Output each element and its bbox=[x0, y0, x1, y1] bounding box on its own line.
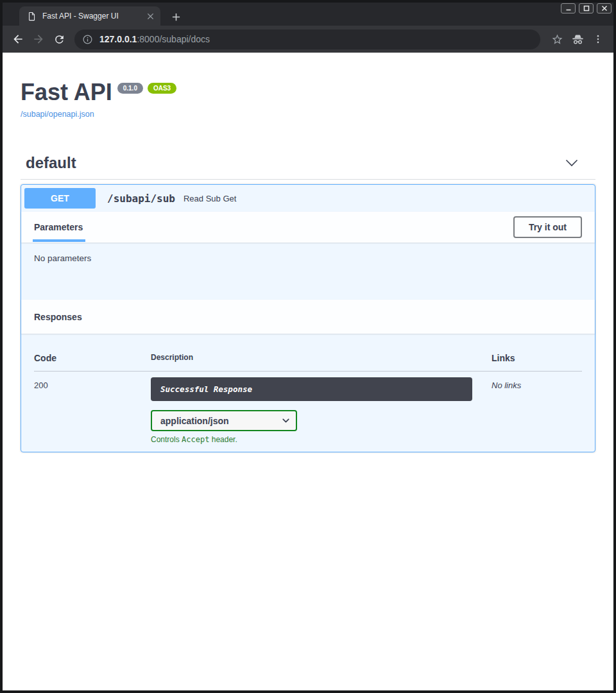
hint-suffix: header. bbox=[209, 435, 237, 444]
toolbar-right bbox=[547, 29, 608, 49]
browser-window: Fast API - Swagger UI bbox=[3, 3, 613, 690]
api-badges: 0.1.0 OAS3 bbox=[117, 83, 176, 94]
kebab-menu-icon[interactable] bbox=[588, 29, 608, 49]
operation-path: /subapi/sub bbox=[107, 193, 175, 205]
tab-close-icon[interactable] bbox=[145, 11, 155, 21]
responses-section-header: Responses bbox=[21, 300, 595, 334]
api-title: Fast API bbox=[21, 81, 112, 104]
page-info-icon[interactable] bbox=[82, 34, 93, 45]
close-button[interactable] bbox=[597, 3, 612, 13]
maximize-button[interactable] bbox=[579, 3, 594, 13]
browser-tab[interactable]: Fast API - Swagger UI bbox=[19, 6, 160, 26]
reload-button[interactable] bbox=[49, 29, 69, 49]
browser-toolbar: 127.0.0.1:8000/subapi/docs bbox=[3, 26, 613, 53]
column-header-code: Code bbox=[34, 353, 151, 363]
response-description-cell: Successful Response application/json bbox=[151, 377, 492, 444]
media-type-row: application/json Controls Accept header. bbox=[151, 410, 492, 444]
page-favicon-icon bbox=[27, 12, 37, 21]
response-description: Successful Response bbox=[151, 377, 472, 401]
responses-table-header: Code Description Links bbox=[34, 346, 582, 372]
url-host: 127.0.0.1 bbox=[99, 34, 137, 44]
responses-heading: Responses bbox=[34, 312, 82, 322]
response-code: 200 bbox=[34, 377, 151, 444]
method-badge-get: GET bbox=[24, 188, 96, 209]
api-info: Fast API 0.1.0 OAS3 /subapi/openapi.json bbox=[21, 81, 595, 119]
url-path: :8000/subapi/docs bbox=[137, 34, 210, 44]
media-type-select[interactable]: application/json bbox=[151, 410, 297, 431]
operation-summary: Read Sub Get bbox=[184, 194, 236, 203]
column-header-description: Description bbox=[151, 353, 492, 363]
parameters-body: No parameters bbox=[21, 243, 595, 300]
parameters-section-header: Parameters Try it out bbox=[21, 212, 595, 243]
hint-accept-code: Accept bbox=[182, 435, 209, 444]
tag-name: default bbox=[26, 154, 76, 172]
back-button[interactable] bbox=[8, 29, 28, 49]
page-content: Fast API 0.1.0 OAS3 /subapi/openapi.json… bbox=[3, 53, 613, 690]
window-controls bbox=[561, 3, 612, 13]
tab-title: Fast API - Swagger UI bbox=[42, 12, 145, 21]
opblock-summary[interactable]: GET /subapi/sub Read Sub Get bbox=[21, 185, 595, 212]
try-it-out-button[interactable]: Try it out bbox=[513, 216, 582, 238]
accept-header-hint: Controls Accept header. bbox=[151, 435, 492, 444]
no-parameters-message: No parameters bbox=[34, 253, 582, 263]
response-row-200: 200 Successful Response application/json bbox=[34, 377, 582, 444]
tab-parameters[interactable]: Parameters bbox=[34, 222, 83, 232]
url-text: 127.0.0.1:8000/subapi/docs bbox=[99, 34, 210, 44]
address-bar[interactable]: 127.0.0.1:8000/subapi/docs bbox=[74, 30, 540, 49]
oas3-badge: OAS3 bbox=[148, 83, 176, 94]
openapi-spec-link[interactable]: /subapi/openapi.json bbox=[21, 110, 94, 119]
tag-section-default[interactable]: default bbox=[21, 154, 595, 180]
new-tab-button[interactable] bbox=[169, 10, 182, 23]
minimize-button[interactable] bbox=[561, 3, 576, 13]
opblock-get-subapi-sub: GET /subapi/sub Read Sub Get Parameters … bbox=[21, 184, 595, 452]
version-badge: 0.1.0 bbox=[117, 83, 143, 94]
hint-prefix: Controls bbox=[151, 435, 182, 444]
tab-bar: Fast API - Swagger UI bbox=[3, 3, 613, 26]
response-links: No links bbox=[492, 377, 582, 444]
chevron-down-icon[interactable] bbox=[565, 158, 578, 168]
column-header-links: Links bbox=[492, 353, 582, 363]
incognito-icon bbox=[567, 29, 588, 49]
forward-button[interactable] bbox=[28, 29, 49, 49]
bookmark-star-icon[interactable] bbox=[547, 29, 567, 49]
responses-body: Code Description Links 200 Successful Re… bbox=[21, 334, 595, 452]
